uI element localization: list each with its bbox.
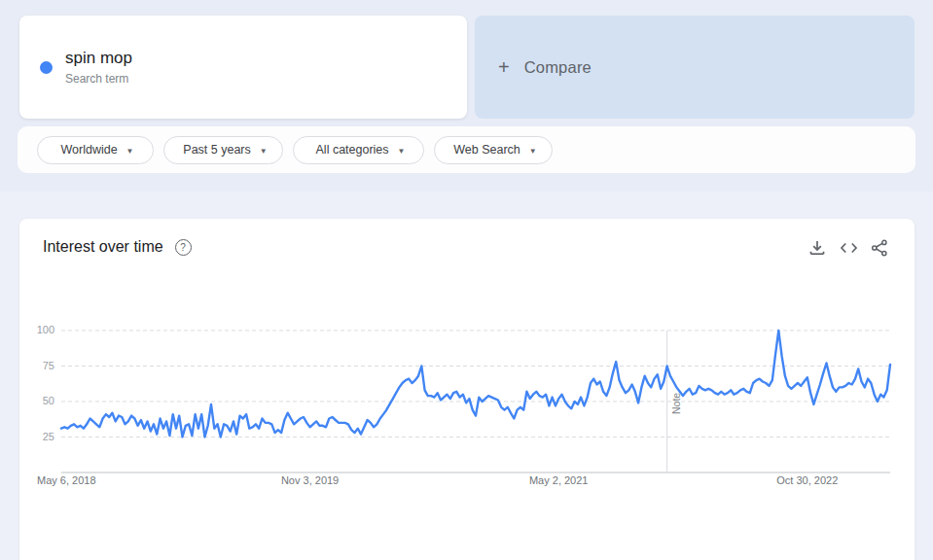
y-axis-tick-label: 100 (37, 324, 54, 335)
time-range-filter-label: Past 5 years (183, 143, 250, 157)
search-type-filter-label: Web Search (453, 143, 520, 157)
category-filter-label: All categories (316, 143, 389, 157)
x-axis-tick-label: May 2, 2021 (529, 474, 589, 486)
chevron-down-icon: ▼ (529, 146, 537, 155)
search-term-card[interactable]: spin mop Search term (19, 16, 467, 119)
y-axis-tick-label: 75 (43, 360, 54, 371)
search-term-title: spin mop (65, 49, 132, 68)
search-type-filter-dropdown[interactable]: Web Search ▼ (434, 136, 553, 164)
x-axis-tick-label: Nov 3, 2019 (281, 474, 339, 486)
chevron-down-icon: ▼ (398, 146, 406, 155)
time-range-filter-dropdown[interactable]: Past 5 years ▼ (163, 136, 283, 164)
plus-icon: + (498, 56, 510, 79)
note-marker-label: Note (670, 393, 682, 414)
interest-over-time-card: Interest over time ? 255075100NoteM (19, 219, 915, 560)
google-trends-explore-page: spin mop Search term + Compare Worldwide… (0, 0, 933, 560)
region-filter-label: Worldwide (60, 143, 117, 157)
series-color-dot (40, 61, 53, 74)
y-axis-tick-label: 50 (43, 395, 54, 406)
region-filter-dropdown[interactable]: Worldwide ▼ (37, 136, 154, 164)
trend-line-series (61, 331, 890, 438)
search-term-type: Search term (65, 71, 132, 87)
filter-bar: Worldwide ▼ Past 5 years ▼ All categorie… (18, 126, 915, 173)
chevron-down-icon: ▼ (260, 146, 268, 155)
x-axis-tick-label: Oct 30, 2022 (776, 474, 838, 486)
compare-label: Compare (524, 58, 592, 77)
y-axis-tick-label: 25 (43, 431, 54, 442)
interest-over-time-chart[interactable]: 255075100NoteMay 6, 2018Nov 3, 2019May 2… (19, 219, 915, 560)
search-term-text: spin mop Search term (65, 49, 132, 87)
add-comparison-button[interactable]: + Compare (475, 16, 915, 119)
x-axis-tick-label: May 6, 2018 (37, 474, 96, 486)
chevron-down-icon: ▼ (126, 146, 134, 155)
category-filter-dropdown[interactable]: All categories ▼ (293, 136, 424, 164)
